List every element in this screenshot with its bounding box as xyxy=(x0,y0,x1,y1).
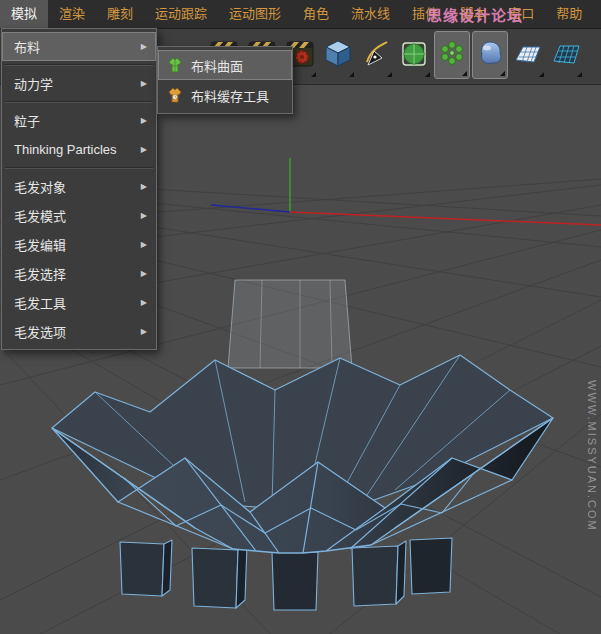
menubar-item-character[interactable]: 角色 xyxy=(292,0,340,28)
menubar-item-mograph[interactable]: 运动图形 xyxy=(218,0,292,28)
menu-item-hair-edit[interactable]: 毛发编辑 ▶ xyxy=(2,230,156,259)
menu-item-hair-object[interactable]: 毛发对象 ▶ xyxy=(2,172,156,201)
cube-primitive-button[interactable] xyxy=(320,31,356,79)
cube-primitive-icon xyxy=(323,36,353,74)
submenu-arrow-icon: ▶ xyxy=(141,327,147,336)
subdivision-surface-button[interactable] xyxy=(396,31,432,79)
menu-item-hair-mode[interactable]: 毛发模式 ▶ xyxy=(2,201,156,230)
submenu-arrow-icon: ▶ xyxy=(141,145,147,154)
submenu-arrow-icon: ▶ xyxy=(141,42,147,51)
submenu-arrow-icon: ▶ xyxy=(141,182,147,191)
menu-separator xyxy=(5,64,153,66)
menubar-item-script[interactable]: 脚本 xyxy=(449,0,497,28)
menu-item-particles[interactable]: 粒子 ▶ xyxy=(2,106,156,135)
menu-item-hair-select[interactable]: 毛发选择 ▶ xyxy=(2,259,156,288)
simulate-menu-dropdown: 布料 ▶ 动力学 ▶ 粒子 ▶ Thinking Particles ▶ 毛发对… xyxy=(1,28,157,350)
cloth-cache-icon xyxy=(166,86,184,104)
cloth-submenu: 布料曲面 布料缓存工具 xyxy=(157,46,293,114)
menubar-item-plugins[interactable]: 插件 xyxy=(401,0,449,28)
submenu-item-cloth-cache-tool[interactable]: 布料缓存工具 xyxy=(158,80,292,110)
menubar-item-sculpt[interactable]: 雕刻 xyxy=(96,0,144,28)
menu-item-thinking-particles[interactable]: Thinking Particles ▶ xyxy=(2,135,156,164)
array-button[interactable] xyxy=(434,31,470,79)
menu-separator xyxy=(5,167,153,169)
metaball-button[interactable] xyxy=(472,31,508,79)
menu-item-cloth[interactable]: 布料 ▶ xyxy=(2,32,156,61)
ghost-cylinder xyxy=(228,280,352,368)
menubar-item-pipeline[interactable]: 流水线 xyxy=(340,0,401,28)
submenu-item-cloth-surface[interactable]: 布料曲面 xyxy=(158,50,292,80)
array-icon xyxy=(437,36,467,74)
submenu-arrow-icon: ▶ xyxy=(141,116,147,125)
spline-pen-button[interactable] xyxy=(358,31,394,79)
menu-separator xyxy=(5,101,153,103)
submenu-arrow-icon: ▶ xyxy=(141,269,147,278)
menu-item-dynamics[interactable]: 动力学 ▶ xyxy=(2,69,156,98)
menubar-item-render[interactable]: 渲染 xyxy=(48,0,96,28)
menubar-item-motion-tracking[interactable]: 运动跟踪 xyxy=(144,0,218,28)
submenu-arrow-icon: ▶ xyxy=(141,79,147,88)
landscape-button[interactable] xyxy=(548,31,584,79)
submenu-arrow-icon: ▶ xyxy=(141,240,147,249)
spline-pen-icon xyxy=(361,36,391,74)
submenu-arrow-icon: ▶ xyxy=(141,298,147,307)
submenu-arrow-icon: ▶ xyxy=(141,211,147,220)
subdivision-surface-icon xyxy=(399,36,429,74)
menu-item-hair-options[interactable]: 毛发选项 ▶ xyxy=(2,317,156,346)
cinema4d-window: 模拟 渲染 雕刻 运动跟踪 运动图形 角色 流水线 插件 脚本 窗口 帮助 xyxy=(0,0,601,634)
floor-plane-icon xyxy=(513,36,543,74)
cloth-surface-icon xyxy=(166,56,184,74)
metaball-icon xyxy=(475,36,505,74)
menubar-item-window[interactable]: 窗口 xyxy=(497,0,545,28)
menu-bar: 模拟 渲染 雕刻 运动跟踪 运动图形 角色 流水线 插件 脚本 窗口 帮助 xyxy=(0,0,601,29)
menubar-item-help[interactable]: 帮助 xyxy=(545,0,593,28)
floor-plane-button[interactable] xyxy=(510,31,546,79)
menubar-item-simulate[interactable]: 模拟 xyxy=(0,0,48,28)
landscape-icon xyxy=(551,36,581,74)
menu-item-hair-tools[interactable]: 毛发工具 ▶ xyxy=(2,288,156,317)
